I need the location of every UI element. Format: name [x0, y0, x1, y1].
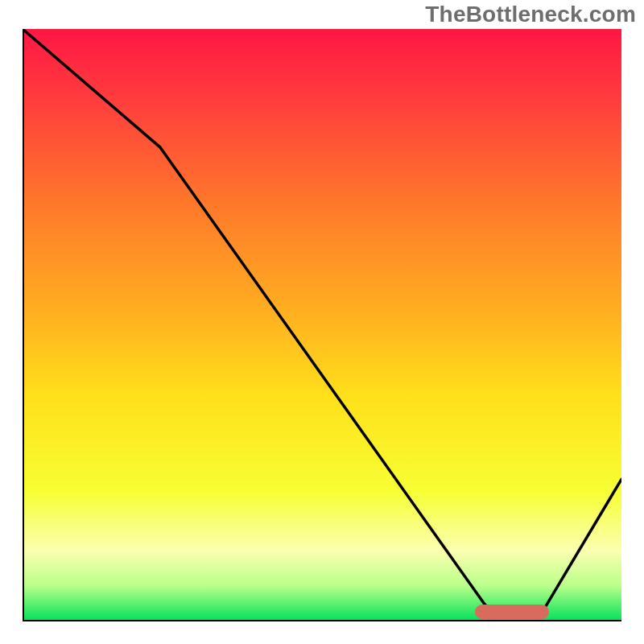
- optimal-range-marker: [475, 605, 549, 619]
- bottleneck-chart: [23, 29, 621, 621]
- watermark-text: TheBottleneck.com: [425, 2, 636, 27]
- chart-container: TheBottleneck.com: [0, 0, 644, 644]
- chart-svg: [23, 29, 621, 621]
- heatmap-gradient: [23, 29, 621, 621]
